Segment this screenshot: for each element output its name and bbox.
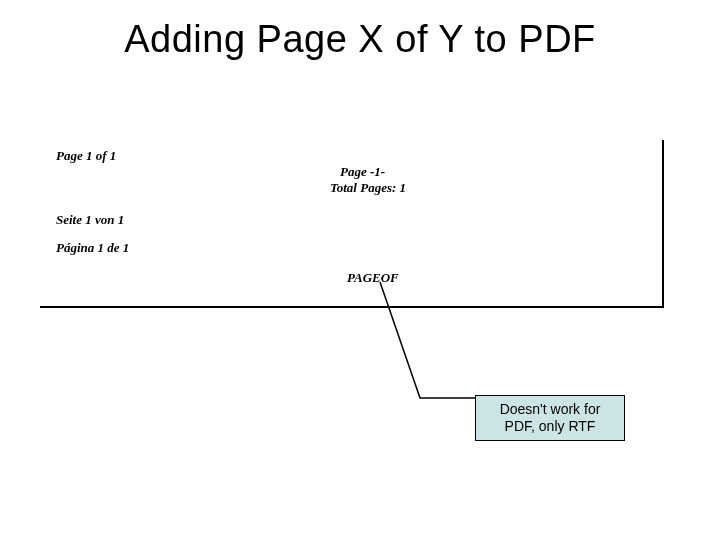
- callout-text: Doesn't work for PDF, only RTF: [500, 401, 601, 436]
- pdf-preview-box: Page 1 of 1 Page -1- Total Pages: 1 Seit…: [40, 140, 664, 308]
- label-page-neg1: Page -1-: [340, 164, 385, 180]
- slide: Adding Page X of Y to PDF Page 1 of 1 Pa…: [0, 0, 720, 540]
- label-seite: Seite 1 von 1: [56, 212, 124, 228]
- label-page-1-of-1: Page 1 of 1: [56, 148, 116, 164]
- label-total-pages: Total Pages: 1: [330, 180, 406, 196]
- callout-line1: Doesn't work for: [500, 401, 601, 417]
- slide-title: Adding Page X of Y to PDF: [0, 18, 720, 61]
- pdf-preview-inner: Page 1 of 1 Page -1- Total Pages: 1 Seit…: [40, 140, 662, 306]
- label-pageof: PAGEOF: [347, 270, 399, 286]
- callout-box: Doesn't work for PDF, only RTF: [475, 395, 625, 441]
- callout-line2: PDF, only RTF: [505, 418, 596, 434]
- label-pagina: Página 1 de 1: [56, 240, 129, 256]
